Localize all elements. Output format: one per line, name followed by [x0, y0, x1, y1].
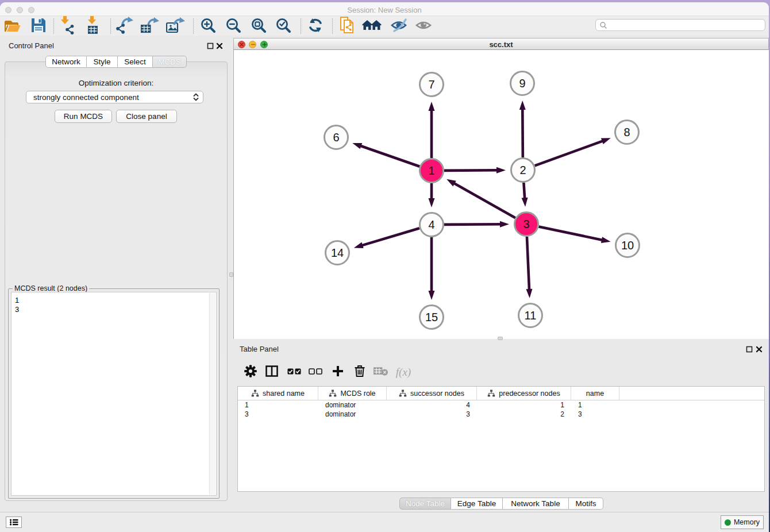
criterion-select[interactable]: strongly connected component	[26, 91, 203, 103]
zoom-selected-icon	[275, 17, 292, 36]
column-header-successor-nodes[interactable]: successor nodes	[387, 387, 477, 400]
task-history-button[interactable]	[6, 516, 22, 528]
hide-selected-button[interactable]	[390, 17, 410, 36]
toolbar-separator	[110, 18, 111, 34]
control-tab-mcds[interactable]: MCDS	[153, 56, 187, 68]
show-all-icon	[414, 17, 434, 36]
delete-table-icon	[374, 367, 388, 378]
export-image-button[interactable]	[165, 17, 186, 36]
graph-node-label-3: 3	[523, 218, 529, 230]
close-panel-button[interactable]: Close panel	[116, 110, 177, 123]
graph-edge-arrowhead	[446, 179, 456, 187]
gear-button[interactable]	[240, 362, 261, 383]
columns-button[interactable]	[261, 362, 282, 383]
network-title: scc.txt	[234, 40, 768, 49]
add-button[interactable]	[328, 362, 348, 383]
table-row[interactable]: 1dominator411	[238, 400, 764, 410]
graph-edge-arrowhead	[496, 167, 506, 174]
network-canvas[interactable]: 1234678910111415	[233, 50, 769, 339]
run-mcds-button[interactable]: Run MCDS	[55, 110, 112, 123]
close-panel-icon[interactable]	[216, 43, 223, 49]
horizontal-splitter-handle[interactable]	[498, 337, 503, 340]
mcds-result-list[interactable]: 13	[11, 292, 217, 496]
graph-edge-1-2[interactable]	[444, 170, 498, 171]
graph-edge-1-6[interactable]	[360, 146, 420, 167]
memory-status-icon	[725, 519, 731, 526]
zoom-fit-button[interactable]	[248, 17, 269, 36]
column-header-MCDS-role[interactable]: MCDS role	[318, 387, 387, 400]
search-icon	[599, 21, 607, 29]
table-cell: 3	[238, 410, 318, 418]
import-table-button[interactable]	[83, 17, 103, 36]
duplicate-network-button[interactable]	[337, 17, 357, 36]
table-cell: 3	[571, 410, 619, 418]
float-table-panel-icon[interactable]	[746, 346, 753, 353]
open-session-icon	[3, 17, 22, 36]
graph-node-label-4: 4	[428, 218, 434, 231]
graph-edge-4-14[interactable]	[361, 228, 419, 245]
graph-edge-2-8[interactable]	[535, 141, 603, 165]
network-window-titlebar[interactable]: scc.txt	[233, 38, 769, 50]
function-builder-button: f(x)	[393, 362, 414, 383]
zoom-selected-button[interactable]	[273, 17, 294, 36]
refresh-button[interactable]	[305, 17, 326, 36]
table-cell: dominator	[318, 401, 387, 409]
control-tab-style[interactable]: Style	[87, 56, 118, 68]
memory-label: Memory	[734, 518, 760, 526]
graph-edge-arrowhead	[354, 242, 364, 249]
open-session-button[interactable]	[2, 17, 23, 36]
export-table-button[interactable]	[140, 17, 160, 36]
import-network-button[interactable]	[57, 17, 78, 36]
graph-edge-3-1[interactable]	[453, 183, 515, 218]
network-graph: 1234678910111415	[234, 50, 768, 338]
graph-edge-4-3[interactable]	[444, 224, 501, 225]
save-session-button[interactable]	[28, 17, 49, 36]
gear-icon	[244, 365, 257, 380]
graph-edge-arrowhead	[429, 198, 435, 207]
graph-edge-arrowhead	[526, 289, 532, 298]
memory-button[interactable]: Memory	[721, 515, 764, 529]
graph-edge-2-3[interactable]	[523, 183, 525, 199]
column-type-icon	[251, 390, 259, 397]
column-header-predecessor-nodes[interactable]: predecessor nodes	[477, 387, 571, 400]
graph-edge-2-9[interactable]	[522, 109, 523, 157]
hide-selected-icon	[390, 17, 410, 36]
search-input[interactable]	[595, 19, 765, 31]
table-tab-motifs[interactable]: Motifs	[569, 498, 603, 510]
criterion-value: strongly connected component	[33, 93, 193, 102]
control-tab-select[interactable]: Select	[118, 56, 153, 68]
show-all-button[interactable]	[414, 17, 434, 36]
graph-edge-3-10[interactable]	[539, 227, 603, 240]
import-network-icon	[59, 16, 76, 37]
zoom-out-icon	[225, 17, 242, 36]
deselect-all-button[interactable]	[305, 362, 326, 383]
table-row[interactable]: 3dominator323	[238, 410, 764, 419]
home-button[interactable]	[361, 17, 382, 36]
table-cell: 1	[571, 401, 619, 409]
table-tab-network-table[interactable]: Network Table	[503, 498, 569, 510]
graph-edge-arrowhead	[500, 221, 509, 228]
table-tab-node-table[interactable]: Node Table	[399, 498, 451, 510]
column-header-shared-name[interactable]: shared name	[238, 387, 318, 400]
column-header-name[interactable]: name	[571, 387, 619, 400]
zoom-in-button[interactable]	[198, 17, 218, 36]
graph-node-label-6: 6	[333, 131, 339, 144]
close-table-panel-icon[interactable]	[756, 346, 763, 353]
export-network-button[interactable]	[114, 17, 135, 36]
result-scrollbar[interactable]	[209, 293, 215, 495]
select-all-button[interactable]	[284, 362, 305, 383]
graph-edge-arrowhead	[429, 102, 435, 111]
zoom-in-icon	[199, 17, 217, 36]
export-image-icon	[166, 16, 186, 37]
delete-button[interactable]	[349, 362, 370, 383]
control-tab-network[interactable]: Network	[45, 56, 87, 68]
zoom-out-button[interactable]	[223, 17, 244, 36]
float-panel-icon[interactable]	[207, 43, 214, 49]
toolbar-separator	[301, 18, 301, 34]
vertical-splitter-handle[interactable]	[229, 272, 233, 277]
mcds-result-title: MCDS result (2 nodes)	[13, 284, 89, 292]
node-table: shared name MCDS role successor nodes pr…	[237, 386, 765, 492]
table-tab-edge-table[interactable]: Edge Table	[451, 498, 503, 510]
toolbar-separator	[53, 18, 54, 34]
graph-edge-3-11[interactable]	[527, 237, 529, 290]
